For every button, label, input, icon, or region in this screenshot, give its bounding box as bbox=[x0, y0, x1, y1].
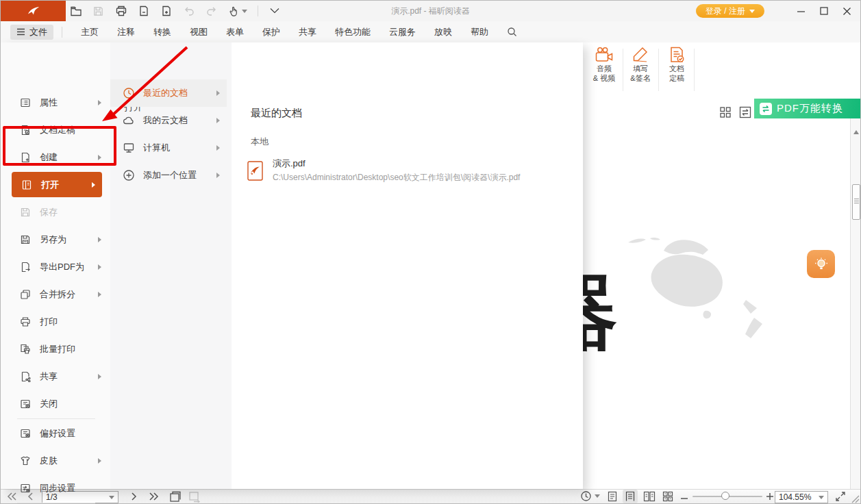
new-document-icon[interactable] bbox=[160, 5, 173, 18]
page-remove-icon[interactable] bbox=[137, 5, 150, 18]
file-menu-label: 文件 bbox=[29, 26, 47, 38]
grid-view-icon[interactable] bbox=[660, 490, 675, 503]
document-check-icon bbox=[668, 46, 686, 64]
open-item-cloud-documents[interactable]: 我的云文档 bbox=[110, 107, 227, 134]
pencil-icon bbox=[632, 46, 649, 64]
tab-help[interactable]: 帮助 bbox=[471, 26, 488, 38]
save-icon[interactable] bbox=[92, 5, 105, 18]
zoom-in-button[interactable] bbox=[766, 492, 774, 501]
autoscroll-caret-icon bbox=[595, 494, 600, 498]
search-icon[interactable] bbox=[507, 27, 517, 37]
doc-finalize-button[interactable]: 文档 定稿 bbox=[658, 46, 695, 94]
doc-finalize-label-line2: 定稿 bbox=[669, 73, 684, 83]
clock-icon bbox=[580, 490, 592, 502]
next-page-button[interactable] bbox=[131, 492, 138, 501]
cloud-icon bbox=[123, 114, 135, 127]
submenu-arrow-icon bbox=[98, 458, 101, 464]
save-icon bbox=[19, 207, 31, 218]
zoom-level: 104.55% bbox=[779, 492, 811, 502]
menu-item-preferences[interactable]: 偏好设置 bbox=[1, 420, 110, 447]
menu-item-merge-split[interactable]: 合并拆分 bbox=[1, 281, 110, 308]
finalize-icon bbox=[19, 125, 31, 136]
continuous-view-icon[interactable] bbox=[623, 490, 638, 503]
close-button[interactable] bbox=[835, 1, 858, 21]
menu-item-open[interactable]: 打开 bbox=[12, 172, 102, 197]
tab-convert[interactable]: 转换 bbox=[153, 26, 171, 38]
menu-item-save[interactable]: 保存 bbox=[1, 199, 110, 226]
menu-item-save-as[interactable]: 另存为 bbox=[1, 226, 110, 253]
facing-view-icon[interactable] bbox=[642, 490, 657, 503]
menu-item-properties[interactable]: 属性 bbox=[1, 89, 110, 116]
menu-item-share[interactable]: 共享 bbox=[1, 363, 110, 390]
menu-item-sync-settings[interactable]: 同步设置 bbox=[1, 475, 110, 502]
hand-tool-icon[interactable] bbox=[227, 5, 248, 18]
open-item-computer[interactable]: 计算机 bbox=[110, 134, 227, 162]
pdf-convert-icon bbox=[760, 103, 772, 115]
lightbulb-tip-button[interactable] bbox=[807, 250, 835, 278]
open-item-recent-documents[interactable]: 最近的文档 bbox=[110, 79, 227, 107]
last-page-button[interactable] bbox=[149, 492, 160, 501]
login-button[interactable]: 登录 / 注册 bbox=[696, 4, 764, 18]
open-file-icon[interactable] bbox=[69, 5, 82, 18]
print-icon[interactable] bbox=[114, 5, 127, 18]
pdf-convert-button[interactable]: PDF万能转换 bbox=[754, 99, 861, 118]
resize-grip[interactable] bbox=[850, 494, 860, 503]
submenu-arrow-icon bbox=[98, 374, 101, 379]
zoom-slider-knob[interactable] bbox=[721, 492, 729, 500]
zoom-level-box[interactable]: 104.55% bbox=[775, 491, 828, 503]
fill-sign-label-line1: 填写 bbox=[633, 64, 648, 73]
zoom-out-button[interactable] bbox=[680, 494, 688, 503]
hamburger-icon bbox=[16, 28, 25, 36]
single-page-view-icon[interactable] bbox=[605, 490, 620, 503]
pdf-convert-label: PDF万能转换 bbox=[777, 102, 843, 115]
fill-sign-button[interactable]: 填写 &签名 bbox=[622, 46, 659, 94]
menu-bar: 文件 主页 注释 转换 视图 表单 保护 共享 特色功能 云服务 放映 帮助 bbox=[1, 21, 860, 43]
menu-item-export-pdf[interactable]: 导出PDF为 bbox=[1, 253, 110, 281]
swap-view-icon[interactable] bbox=[739, 106, 751, 118]
computer-icon bbox=[123, 142, 135, 154]
sync-settings-icon bbox=[19, 483, 31, 494]
foxit-logo-icon[interactable] bbox=[1, 1, 66, 21]
scrollbar-thumb[interactable] bbox=[852, 184, 860, 220]
tab-share[interactable]: 共享 bbox=[299, 26, 316, 38]
redo-icon[interactable] bbox=[205, 5, 218, 18]
login-label: 登录 / 注册 bbox=[706, 5, 745, 17]
vertical-scrollbar[interactable] bbox=[851, 118, 861, 489]
tab-form[interactable]: 表单 bbox=[226, 26, 244, 38]
audio-video-button[interactable]: 音频 & 视频 bbox=[586, 46, 623, 94]
undo-icon[interactable] bbox=[182, 5, 195, 18]
customize-toolbar-icon[interactable] bbox=[268, 5, 281, 18]
menu-item-create[interactable]: 创建 bbox=[1, 144, 110, 171]
minimize-button[interactable] bbox=[789, 1, 812, 21]
recent-file-item[interactable]: 演示.pdf C:\Users\Administrator\Desktop\se… bbox=[247, 156, 569, 185]
menu-item-finalize[interactable]: 文档定稿 bbox=[1, 116, 110, 144]
file-menu-button[interactable]: 文件 bbox=[10, 25, 53, 40]
add-place-icon bbox=[123, 169, 135, 181]
next-view-icon[interactable] bbox=[188, 491, 201, 503]
tab-features[interactable]: 特色功能 bbox=[335, 26, 371, 38]
tab-cloud[interactable]: 云服务 bbox=[389, 26, 416, 38]
menu-item-skin[interactable]: 皮肤 bbox=[1, 447, 110, 475]
tab-view[interactable]: 视图 bbox=[190, 26, 208, 38]
scroll-up-icon[interactable] bbox=[853, 129, 860, 135]
autoscroll-button[interactable] bbox=[580, 490, 600, 502]
tab-comment[interactable]: 注释 bbox=[117, 26, 135, 38]
menu-item-batch-print[interactable]: 批量打印 bbox=[1, 336, 110, 363]
fullscreen-button[interactable] bbox=[835, 491, 846, 502]
menu-item-print[interactable]: 打印 bbox=[1, 308, 110, 336]
open-icon bbox=[21, 179, 32, 190]
previous-view-icon[interactable] bbox=[169, 491, 182, 503]
menu-item-label: 合并拆分 bbox=[40, 288, 75, 301]
thumbnail-grid-icon[interactable] bbox=[719, 106, 732, 118]
open-item-add-place[interactable]: 添加一个位置 bbox=[110, 162, 227, 189]
tab-home[interactable]: 主页 bbox=[81, 26, 99, 38]
scrollbar-grip bbox=[853, 199, 860, 203]
batch-print-icon bbox=[19, 344, 31, 355]
app-window: 演示.pdf - 福昕阅读器 登录 / 注册 文件 主页 注释 转换 视图 bbox=[0, 0, 861, 504]
tab-protect[interactable]: 保护 bbox=[262, 26, 280, 38]
doc-finalize-label-line1: 文档 bbox=[669, 64, 684, 73]
maximize-button[interactable] bbox=[812, 1, 836, 21]
fill-sign-label-line2: &签名 bbox=[630, 73, 650, 83]
menu-item-close[interactable]: 关闭 bbox=[1, 390, 110, 418]
tab-slideshow[interactable]: 放映 bbox=[434, 26, 452, 38]
